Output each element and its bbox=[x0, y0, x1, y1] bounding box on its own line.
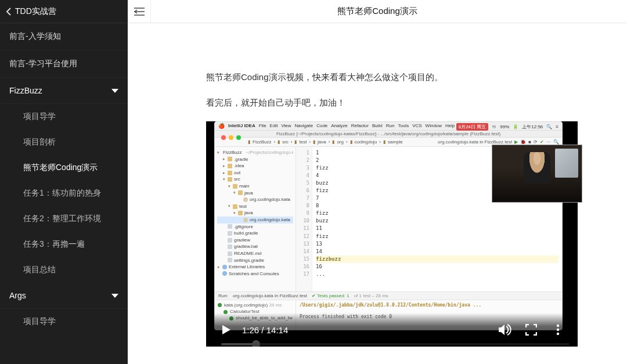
tests-detail: of 1 test – 28 ms bbox=[354, 293, 388, 298]
tests-passed: ✔ Tests passed: 1 bbox=[312, 293, 349, 298]
volume-button[interactable] bbox=[496, 322, 513, 338]
main-area: 熊节老师Coding演示 熊节老师Coding演示视频，快来看看大神怎么做这个项… bbox=[128, 0, 627, 364]
nav-sub-task1[interactable]: 任务1：练功前的热身 bbox=[0, 181, 128, 206]
search-icon: 🔍 bbox=[546, 124, 552, 129]
crumb: java bbox=[318, 139, 326, 145]
tree-row: ▾test bbox=[217, 203, 293, 210]
run-bar: Run: org.codingdojo.kata in FizzBuzz.tes… bbox=[215, 291, 562, 300]
menu-item: File bbox=[259, 123, 266, 129]
crumb: FizzBuzz bbox=[253, 139, 271, 145]
nav-label: Args bbox=[9, 291, 26, 300]
fullscreen-button[interactable] bbox=[523, 322, 539, 338]
nav-sub-intro[interactable]: 项目导学 bbox=[0, 104, 128, 129]
menu-item: Analyze bbox=[331, 123, 347, 129]
tree-row: Scratches and Consoles bbox=[217, 271, 293, 277]
mac-status: 8月24日 周五 ᯾ 99% 🔋 上午12:56 🔍 ≡ bbox=[456, 123, 558, 131]
search-icon: 🔍 bbox=[553, 139, 559, 145]
tree-row: ▸.gradle bbox=[217, 156, 293, 163]
clock: 上午12:56 bbox=[522, 124, 543, 130]
video-player[interactable]: 🍎 IntelliJ IDEA File Edit View Navigate … bbox=[206, 121, 578, 347]
tree-row: ▸.idea bbox=[217, 163, 293, 170]
close-dot-icon bbox=[221, 135, 226, 140]
tree-row: .gitignore bbox=[217, 224, 293, 230]
nav-section-fizzbuzz[interactable]: FizzBuzz bbox=[0, 78, 128, 104]
stop-icon: ■ bbox=[528, 139, 531, 145]
tree-row: org.codingdojo.kata bbox=[217, 196, 293, 203]
nav-sub-demo[interactable]: 熊节老师Coding演示 bbox=[0, 155, 128, 181]
tree-row: org.codingdojo.kata bbox=[217, 217, 293, 224]
project-tree: ▾FizzBuzz~/Projects/codingdojo-katas/Fiz… bbox=[215, 147, 296, 291]
crumb: sample bbox=[388, 139, 403, 145]
run-config: org.codingdojo.kata in FizzBuzz.test bbox=[438, 139, 512, 145]
tree-row: ▸External Libraries bbox=[217, 264, 293, 271]
svg-point-0 bbox=[557, 325, 559, 327]
menu-item: Run bbox=[386, 123, 395, 129]
course-title: TDD实战营 bbox=[15, 6, 56, 17]
chevron-left-icon bbox=[6, 8, 12, 16]
play-button[interactable] bbox=[218, 322, 234, 338]
video-controls: 1:26 / 14:14 bbox=[206, 313, 578, 347]
crumb: test bbox=[299, 139, 307, 145]
nav-section-args[interactable]: Args bbox=[0, 283, 128, 309]
tree-row: ▾src bbox=[217, 176, 293, 183]
menu-item: Navigate bbox=[295, 123, 314, 129]
page-title: 熊节老师Coding演示 bbox=[337, 6, 417, 17]
menu-item: Build bbox=[372, 123, 383, 129]
console-line: /Users/gigix/.jabba/jdk/zulu@1.8.0.212/C… bbox=[300, 302, 558, 309]
intro-line-1: 熊节老师Coding演示视频，快来看看大神怎么做这个项目的。 bbox=[206, 70, 592, 85]
crumb: org bbox=[337, 139, 344, 145]
line-gutter: 1234567891011121314151617 bbox=[296, 147, 312, 291]
ide-menubar: 🍎 IntelliJ IDEA File Edit View Navigate … bbox=[215, 122, 562, 131]
nav-sub-task3[interactable]: 任务3：再擼一遍 bbox=[0, 232, 128, 257]
git-icon: ⟳ bbox=[534, 139, 538, 145]
caret-down-icon bbox=[111, 89, 118, 93]
nav-sub-analysis[interactable]: 项目剖析 bbox=[0, 129, 128, 155]
tree-row: ▾main bbox=[217, 183, 293, 190]
debug-icon: 🐞 bbox=[520, 139, 526, 145]
tree-row: gradlew bbox=[217, 237, 293, 244]
wifi-icon: ᯾ bbox=[492, 124, 496, 129]
tree-row: ▾java bbox=[217, 210, 293, 217]
more-options-button[interactable] bbox=[550, 322, 566, 338]
tree-row: gradlew.bat bbox=[217, 243, 293, 250]
tree-row: ▾java bbox=[217, 190, 293, 197]
battery-icon: 🔋 bbox=[513, 124, 518, 129]
nav-sub-args-intro[interactable]: 项目导学 bbox=[0, 309, 128, 334]
intro-line-2: 看完后，就开始自己动手吧，加油！ bbox=[206, 95, 592, 110]
time-display: 1:26 / 14:14 bbox=[242, 325, 288, 335]
tree-row: settings.gradle bbox=[217, 257, 293, 264]
nav-label: 前言-入学须知 bbox=[9, 31, 61, 42]
min-dot-icon bbox=[229, 135, 233, 140]
topbar: 熊节老师Coding演示 bbox=[128, 0, 627, 23]
menu-icon: ≡ bbox=[556, 124, 558, 129]
collapse-sidebar-button[interactable] bbox=[128, 0, 151, 23]
sidebar-header[interactable]: TDD实战营 bbox=[0, 0, 128, 23]
caret-down-icon bbox=[111, 294, 118, 298]
nav-item-preface-platform[interactable]: 前言-学习平台使用 bbox=[0, 51, 128, 78]
max-dot-icon bbox=[236, 135, 241, 140]
crumb: codingdojo bbox=[355, 139, 377, 145]
nav-label: 前言-学习平台使用 bbox=[9, 59, 77, 69]
git-commit-icon: ✔ bbox=[540, 139, 544, 145]
menu-item: Help bbox=[445, 123, 455, 129]
nav-sub-task2[interactable]: 任务2：整理工作环境 bbox=[0, 206, 128, 232]
svg-point-2 bbox=[557, 333, 559, 335]
menu-item: Edit bbox=[270, 123, 278, 129]
tree-row: ▾FizzBuzz~/Projects/codingdojo-katas/Fiz… bbox=[217, 149, 293, 156]
crumb: src bbox=[282, 139, 289, 145]
course-sidebar: TDD实战营 前言-入学须知 前言-学习平台使用 FizzBuzz 项目导学 项… bbox=[0, 0, 128, 364]
lesson-content: 熊节老师Coding演示视频，快来看看大神怎么做这个项目的。 看完后，就开始自己… bbox=[128, 23, 627, 364]
menu-item: Refactor bbox=[351, 123, 369, 129]
tree-row: README.md bbox=[217, 250, 293, 257]
ide-app-name: IntelliJ IDEA bbox=[228, 123, 255, 129]
nav-label: FizzBuzz bbox=[9, 86, 42, 95]
run-icon: ▶ bbox=[514, 139, 518, 145]
svg-point-1 bbox=[557, 329, 559, 331]
run-target: org.codingdojo.kata in FizzBuzz.test bbox=[233, 293, 307, 298]
menu-item: Tools bbox=[398, 123, 409, 129]
nav-sub-summary[interactable]: 项目总结 bbox=[0, 257, 128, 283]
menu-item: Window bbox=[426, 123, 442, 129]
tree-row: ▸out bbox=[217, 170, 293, 176]
nav-item-preface-notice[interactable]: 前言-入学须知 bbox=[0, 23, 128, 51]
menu-item: View bbox=[281, 123, 291, 129]
